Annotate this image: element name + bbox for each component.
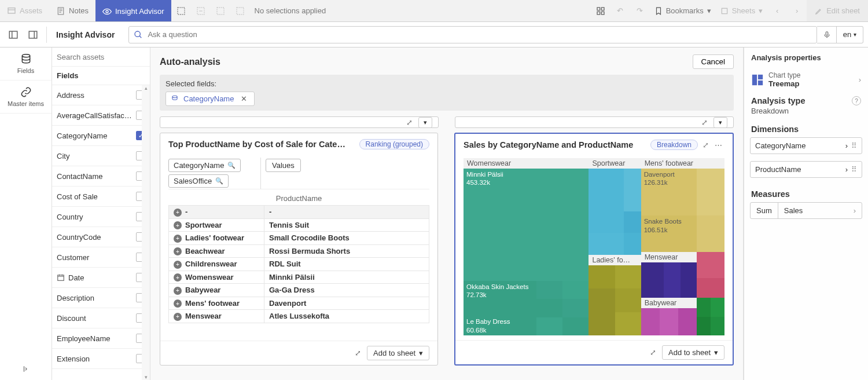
- field-row[interactable]: AverageCallSatisfac…: [52, 105, 150, 126]
- explore-icon-1[interactable]: ⤢: [355, 349, 361, 357]
- field-row[interactable]: ContactName: [52, 166, 150, 187]
- rail-master-items[interactable]: Master items: [0, 81, 52, 114]
- values-tag: Values: [266, 159, 301, 172]
- field-row[interactable]: Address: [52, 85, 150, 105]
- chart-type-row[interactable]: Chart type Treemap ›: [744, 68, 868, 92]
- chevron-down-icon: ▾: [707, 6, 711, 15]
- field-row[interactable]: CategoryName: [52, 126, 150, 146]
- collapse-rail-button[interactable]: [0, 358, 52, 380]
- expand-icon[interactable]: +: [174, 209, 182, 217]
- right-panel-toggle[interactable]: [24, 27, 42, 43]
- field-row[interactable]: City: [52, 146, 150, 166]
- expand-icon[interactable]: +: [174, 299, 182, 308]
- fields-list: ▴▾ AddressAverageCallSatisfac…CategoryNa…: [52, 85, 150, 380]
- help-icon[interactable]: ?: [852, 96, 861, 105]
- treemap-cat-ladies: Ladies' fo…: [589, 255, 641, 265]
- search-input[interactable]: [148, 30, 812, 39]
- link-icon: [20, 86, 32, 98]
- remove-selected-field[interactable]: ✕: [238, 94, 249, 103]
- explore-icon-2[interactable]: ⤢: [650, 348, 656, 357]
- pivot-dim-salesoffice[interactable]: SalesOffice🔍: [168, 174, 229, 188]
- field-row[interactable]: Country: [52, 207, 150, 227]
- selection-fwd-icon: [216, 6, 225, 16]
- notes-icon: [56, 6, 65, 16]
- prev-sheet-button[interactable]: ‹: [767, 0, 787, 21]
- sheets-label: Sheets: [732, 6, 755, 15]
- more-options-button[interactable]: ⋯: [715, 141, 722, 149]
- field-row[interactable]: Description: [52, 288, 150, 308]
- add-to-sheet-button-1[interactable]: Add to sheet ▾: [367, 346, 429, 360]
- table-row: +WomenswearMinnki Pälsii: [169, 271, 429, 284]
- treemap-chart[interactable]: Womenswear Minnki Pälsii453.32k Okkaba S…: [464, 158, 724, 335]
- language-dropdown[interactable]: en ▾: [837, 26, 863, 43]
- rail-fields[interactable]: Fields: [0, 48, 52, 81]
- edit-sheet-label: Edit sheet: [826, 6, 860, 15]
- pivot-dim-categoryname[interactable]: CategoryName🔍: [168, 159, 241, 172]
- measure-row[interactable]: Sum Sales ›: [750, 202, 862, 219]
- field-row[interactable]: Date: [52, 268, 150, 288]
- search-assets-input[interactable]: [57, 48, 145, 66]
- fullscreen-button[interactable]: ⤢: [703, 141, 709, 149]
- drag-handle-icon[interactable]: ⠿: [851, 141, 857, 150]
- database-icon: [20, 53, 32, 65]
- bookmarks-dropdown[interactable]: Bookmarks ▾: [650, 6, 716, 15]
- undo-button[interactable]: ↶: [610, 0, 630, 21]
- field-row[interactable]: Discount: [52, 308, 150, 328]
- expand-icon[interactable]: +: [174, 287, 182, 295]
- mic-button[interactable]: [817, 26, 837, 43]
- field-row[interactable]: Extension: [52, 349, 150, 369]
- svg-point-2: [106, 10, 108, 13]
- field-label: ContactName: [57, 172, 133, 181]
- table-row: +BeachwearRossi Bermuda Shorts: [169, 244, 429, 258]
- selection-tool-button-2[interactable]: [191, 0, 211, 21]
- search-box[interactable]: [128, 26, 817, 43]
- svg-rect-6: [237, 8, 244, 14]
- expand-icon[interactable]: +: [174, 247, 182, 255]
- grid-toggle-button[interactable]: [591, 0, 610, 21]
- table-row: +Mens' footwearDavenport: [169, 297, 429, 310]
- cancel-button[interactable]: Cancel: [693, 54, 734, 69]
- dimension-productname[interactable]: ProductName ›⠿: [750, 161, 862, 178]
- rail-master-items-label: Master items: [8, 100, 44, 107]
- expand-icon[interactable]: +: [174, 261, 182, 269]
- chevron-right-icon: ›: [845, 165, 848, 174]
- eye-icon: [102, 7, 112, 16]
- left-panel-toggle[interactable]: [5, 27, 22, 43]
- svg-rect-0: [8, 8, 15, 13]
- subtoolbar: Insight Advisor en ▾: [0, 22, 868, 48]
- selection-tool-button-4[interactable]: [230, 0, 250, 21]
- edit-sheet-button[interactable]: Edit sheet: [807, 0, 868, 21]
- no-selections-text: No selections applied: [250, 6, 331, 15]
- fields-scrollbar[interactable]: ▴▾: [142, 85, 150, 380]
- expand-icon[interactable]: +: [174, 313, 182, 321]
- selection-tool-button-3[interactable]: [211, 0, 230, 21]
- drag-handle-icon[interactable]: ⠿: [851, 165, 857, 174]
- chevron-right-icon: ›: [845, 141, 848, 150]
- next-sheet-button[interactable]: ›: [787, 0, 807, 21]
- analysis-card-ranking: Top ProductName by Cost of Sale for Cate…: [160, 133, 438, 366]
- add-to-sheet-button-2[interactable]: Add to sheet ▾: [662, 345, 724, 360]
- notes-button[interactable]: Notes: [49, 0, 95, 21]
- assets-label: Assets: [20, 6, 42, 15]
- field-row[interactable]: Customer: [52, 247, 150, 268]
- chevron-down-icon: ▾: [714, 348, 718, 357]
- expand-icon[interactable]: +: [174, 221, 182, 229]
- svg-rect-13: [29, 31, 37, 38]
- language-label: en: [843, 30, 851, 39]
- table-row: +ChildrenswearRDL Suit: [169, 258, 429, 271]
- sheets-dropdown[interactable]: Sheets ▾: [716, 6, 767, 15]
- selection-tool-button-1[interactable]: [171, 0, 191, 21]
- chart-type-label: Chart type: [768, 71, 800, 79]
- expand-icon[interactable]: +: [174, 273, 182, 282]
- expand-icon[interactable]: +: [174, 235, 182, 243]
- field-row[interactable]: CountryCode: [52, 227, 150, 247]
- svg-rect-12: [9, 31, 17, 38]
- field-row[interactable]: EmployeeName: [52, 328, 150, 349]
- treemap-icon: [751, 74, 764, 86]
- assets-button[interactable]: Assets: [0, 0, 49, 21]
- insight-advisor-tab[interactable]: Insight Advisor: [95, 0, 171, 21]
- dimension-categoryname[interactable]: CategoryName ›⠿: [750, 137, 862, 154]
- field-row[interactable]: Cost of Sale: [52, 187, 150, 207]
- field-label: Date: [68, 273, 133, 282]
- redo-button[interactable]: ↷: [630, 0, 650, 21]
